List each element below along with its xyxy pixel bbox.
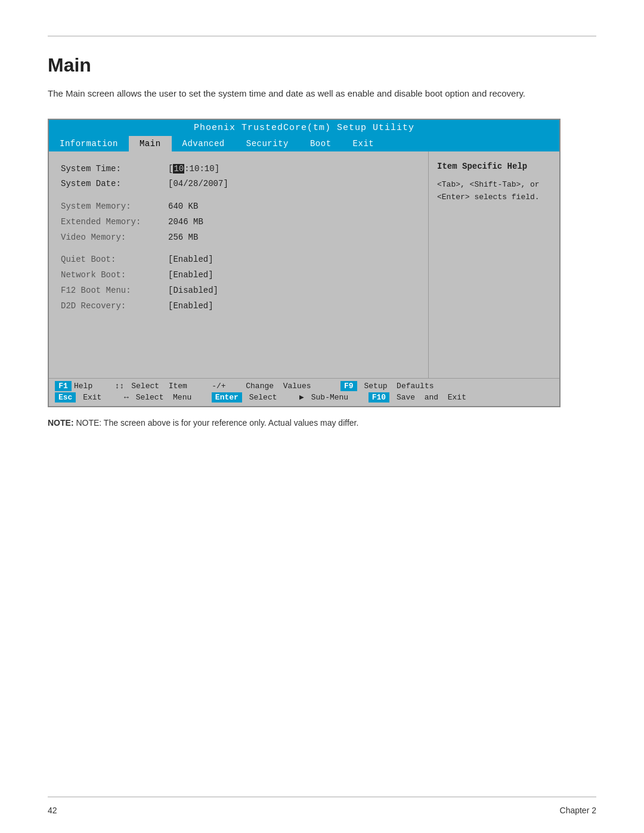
menu-item-advanced[interactable]: Advanced xyxy=(172,136,236,151)
gap-2 xyxy=(61,246,416,253)
footer-help: Help xyxy=(74,382,102,391)
value-network-boot: [Enabled] xyxy=(168,268,213,283)
value-quiet-boot: [Enabled] xyxy=(168,253,213,267)
key-f10: F10 xyxy=(369,392,389,402)
footer-select-menu: Select Menu xyxy=(131,393,201,402)
page-title: Main xyxy=(48,54,596,76)
help-title: Item Specific Help xyxy=(437,160,551,173)
menu-item-security[interactable]: Security xyxy=(236,136,299,151)
footer-row-1: F1 Help ↕↕ Select Item -/+ Change Values… xyxy=(55,381,553,391)
arrow-submenu: ▶ xyxy=(299,392,304,402)
gap-1 xyxy=(61,193,416,200)
footer-minus-plus: -/+ xyxy=(212,382,235,391)
help-body: <Tab>, <Shift-Tab>, or <Enter> selects f… xyxy=(437,179,551,204)
bios-left-panel: System Time: [10:10:10] System Date: [04… xyxy=(49,151,428,378)
bottom-bar: 42 Chapter 2 xyxy=(48,806,596,815)
bios-footer: F1 Help ↕↕ Select Item -/+ Change Values… xyxy=(49,378,559,406)
bios-screen: Phoenix TrustedCore(tm) Setup Utility In… xyxy=(48,119,561,407)
field-system-time: System Time: [10:10:10] xyxy=(61,162,416,176)
bios-menu-bar: Information Main Advanced Security Boot … xyxy=(49,136,559,151)
key-enter: Enter xyxy=(212,392,242,402)
footer-setup-defaults: Setup Defaults xyxy=(360,382,434,391)
field-d2d-recovery: D2D Recovery: [Enabled] xyxy=(61,299,416,314)
cursor-highlight: 10 xyxy=(173,164,184,174)
menu-item-boot[interactable]: Boot xyxy=(299,136,342,151)
value-d2d-recovery: [Enabled] xyxy=(168,299,213,314)
menu-item-information[interactable]: Information xyxy=(49,136,129,151)
value-f12-boot-menu: [Disabled] xyxy=(168,284,218,298)
footer-save-exit: Save and Exit xyxy=(392,393,466,402)
label-d2d-recovery: D2D Recovery: xyxy=(61,299,168,314)
field-system-memory: System Memory: 640 KB xyxy=(61,200,416,214)
label-extended-memory: Extended Memory: xyxy=(61,215,168,230)
bios-content-area: System Time: [10:10:10] System Date: [04… xyxy=(49,151,559,378)
note-text: NOTE: NOTE: The screen above is for your… xyxy=(48,418,537,428)
value-system-time: [10:10:10] xyxy=(168,162,219,176)
top-rule xyxy=(48,36,596,36)
page-container: Main The Main screen allows the user to … xyxy=(0,0,644,833)
bottom-rule xyxy=(48,797,596,797)
arrow-updown: ↕↕ xyxy=(115,382,125,391)
label-system-memory: System Memory: xyxy=(61,200,168,214)
field-quiet-boot: Quiet Boot: [Enabled] xyxy=(61,253,416,267)
arrow-leftright: ↔ xyxy=(124,393,129,402)
field-network-boot: Network Boot: [Enabled] xyxy=(61,268,416,283)
value-video-memory: 256 MB xyxy=(168,231,198,245)
label-system-time: System Time: xyxy=(61,162,168,176)
footer-exit: Exit xyxy=(78,393,111,402)
field-video-memory: Video Memory: 256 MB xyxy=(61,231,416,245)
page-description: The Main screen allows the user to set t… xyxy=(48,87,537,101)
key-esc: Esc xyxy=(55,392,76,402)
bios-title-bar: Phoenix TrustedCore(tm) Setup Utility xyxy=(49,120,559,136)
value-extended-memory: 2046 MB xyxy=(168,215,203,230)
footer-row-2: Esc Exit ↔ Select Menu Enter Select ▶ Su… xyxy=(55,392,553,402)
label-network-boot: Network Boot: xyxy=(61,268,168,283)
value-system-date: [04/28/2007] xyxy=(168,177,228,191)
footer-submenu: Sub-Menu xyxy=(306,393,358,402)
menu-item-exit[interactable]: Exit xyxy=(342,136,385,151)
menu-item-main[interactable]: Main xyxy=(129,136,172,151)
field-extended-memory: Extended Memory: 2046 MB xyxy=(61,215,416,230)
label-system-date: System Date: xyxy=(61,177,168,191)
footer-select-item: Select Item xyxy=(126,382,201,391)
label-video-memory: Video Memory: xyxy=(61,231,168,245)
field-system-date: System Date: [04/28/2007] xyxy=(61,177,416,191)
key-f1: F1 xyxy=(55,381,72,391)
label-f12-boot-menu: F12 Boot Menu: xyxy=(61,284,168,298)
value-system-memory: 640 KB xyxy=(168,200,198,214)
chapter-label: Chapter 2 xyxy=(560,806,596,815)
label-quiet-boot: Quiet Boot: xyxy=(61,253,168,267)
key-f9: F9 xyxy=(340,381,357,391)
footer-change-values: Change Values xyxy=(246,382,329,391)
bios-right-panel: Item Specific Help <Tab>, <Shift-Tab>, o… xyxy=(428,151,559,378)
page-number: 42 xyxy=(48,806,57,815)
field-f12-boot-menu: F12 Boot Menu: [Disabled] xyxy=(61,284,416,298)
footer-select: Select xyxy=(244,393,286,402)
